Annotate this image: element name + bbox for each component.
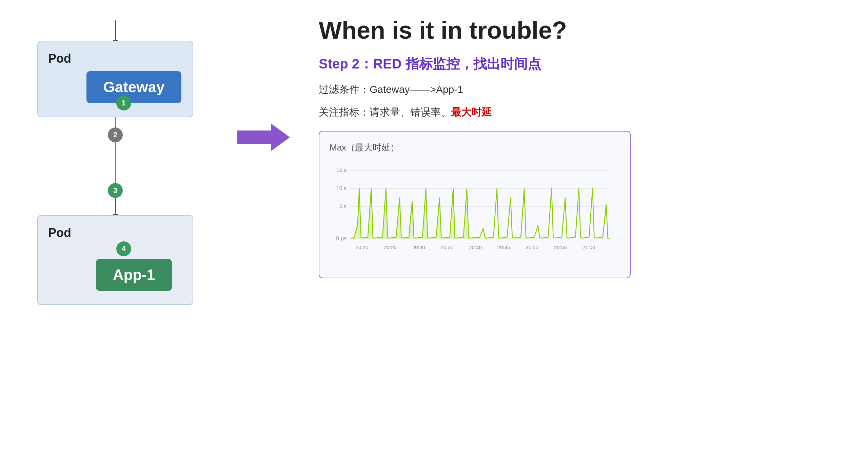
chart-area: 15 s 10 s 5 s 0 μs 20:20 20:25 20:30 20:… <box>330 159 616 267</box>
svg-text:20:20: 20:20 <box>356 244 369 250</box>
svg-text:0 μs: 0 μs <box>336 235 347 241</box>
chart-container: Max（最大时延） 15 s 10 s 5 s 0 μs 20:20 20:25 <box>319 131 631 278</box>
svg-marker-18 <box>351 189 609 239</box>
badge-4: 4 <box>116 241 131 256</box>
chart-title: Max（最大时延） <box>330 142 616 154</box>
svg-marker-0 <box>237 124 290 151</box>
pod-box-app1: Pod 4 App-1 <box>37 215 193 305</box>
svg-text:10 s: 10 s <box>336 185 347 191</box>
badge-3: 3 <box>108 183 123 198</box>
badge-2: 2 <box>108 127 123 142</box>
purple-arrow-icon <box>237 122 292 153</box>
top-entry-arrow <box>115 20 116 41</box>
step-title: Step 2：RED 指标监控，找出时间点 <box>319 55 848 73</box>
main-title: When is it in trouble? <box>319 17 848 44</box>
svg-text:21:00: 21:00 <box>583 244 595 250</box>
arrow-down <box>115 198 116 215</box>
purple-arrow-container <box>237 122 292 153</box>
svg-text:20:35: 20:35 <box>441 244 454 250</box>
metric-line: 关注指标：请求量、错误率、最大时延 <box>319 105 848 119</box>
badge-1: 1 <box>116 96 131 111</box>
svg-text:20:55: 20:55 <box>554 244 567 250</box>
pod-label-top: Pod <box>48 52 71 66</box>
app1-box: App-1 <box>96 259 172 291</box>
diagram-section: Pod Gateway 1 2 3 Pod <box>20 14 210 305</box>
svg-text:20:45: 20:45 <box>497 244 510 250</box>
gateway-box: Gateway <box>86 71 182 103</box>
svg-text:20:30: 20:30 <box>412 244 425 250</box>
connector-section: 2 3 <box>105 117 125 215</box>
svg-text:20:25: 20:25 <box>384 244 397 250</box>
svg-text:15 s: 15 s <box>336 167 347 173</box>
line-segment-1 <box>115 117 116 127</box>
pod-label-bottom: Pod <box>48 226 71 240</box>
filter-line: 过滤条件：Gateway——>App-1 <box>319 83 848 97</box>
right-section: When is it in trouble? Step 2：RED 指标监控，找… <box>319 14 848 278</box>
pod-box-gateway: Pod Gateway 1 <box>37 41 193 117</box>
svg-text:5 s: 5 s <box>339 203 347 209</box>
main-container: Pod Gateway 1 2 3 Pod <box>20 14 848 305</box>
chart-svg: 15 s 10 s 5 s 0 μs 20:20 20:25 20:30 20:… <box>330 159 616 267</box>
svg-text:20:50: 20:50 <box>526 244 538 250</box>
svg-text:20:40: 20:40 <box>469 244 482 250</box>
line-segment-2 <box>115 142 116 183</box>
